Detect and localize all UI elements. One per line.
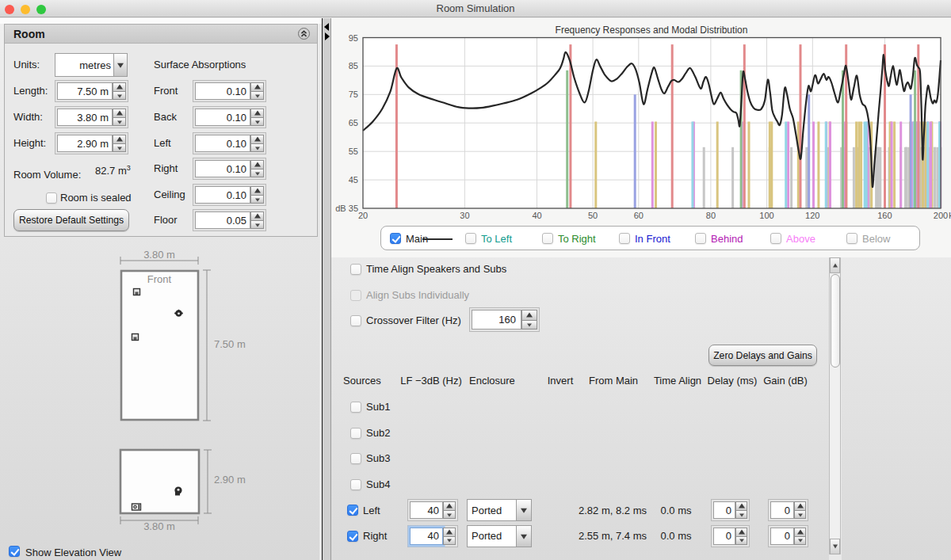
svg-text:dB 35: dB 35 <box>335 204 358 213</box>
svg-text:55: 55 <box>349 147 358 156</box>
svg-text:95: 95 <box>349 33 358 43</box>
svg-text:3.80 m: 3.80 m <box>143 249 175 261</box>
svg-text:65: 65 <box>349 118 358 128</box>
svg-text:2.90 m: 2.90 m <box>214 474 246 486</box>
svg-text:75: 75 <box>349 90 358 99</box>
svg-text:20: 20 <box>358 211 368 220</box>
svg-text:80: 80 <box>706 211 716 220</box>
svg-text:40: 40 <box>532 211 541 220</box>
svg-text:100: 100 <box>759 211 773 220</box>
svg-text:200: 200 <box>934 211 948 220</box>
svg-text:Front: Front <box>147 273 172 285</box>
svg-text:3.80 m: 3.80 m <box>143 520 175 532</box>
svg-text:45: 45 <box>349 175 358 185</box>
svg-text:50: 50 <box>588 211 598 220</box>
svg-text:160: 160 <box>877 211 892 220</box>
svg-text:60: 60 <box>634 211 644 220</box>
svg-text:7.50 m: 7.50 m <box>214 338 246 350</box>
svg-text:30: 30 <box>460 211 469 220</box>
svg-text:120: 120 <box>805 211 819 220</box>
svg-text:Frequency Responses and Modal: Frequency Responses and Modal Distributi… <box>556 25 748 36</box>
svg-text:85: 85 <box>349 61 358 70</box>
